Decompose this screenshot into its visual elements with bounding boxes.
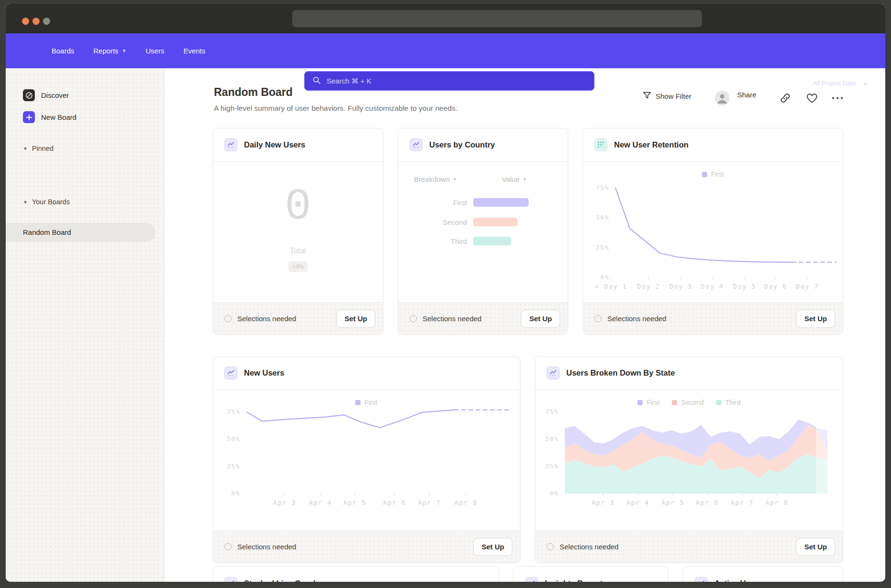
card-footer: Selections needed Set Up — [535, 530, 843, 563]
sidebar-item-new-board[interactable]: New Board — [23, 111, 76, 123]
radio-circle-icon — [224, 315, 232, 322]
org-switcher[interactable]: Organization All Project Data — [813, 70, 857, 87]
search-icon — [312, 76, 321, 86]
address-bar[interactable] — [292, 10, 702, 27]
avatar[interactable] — [715, 91, 730, 105]
more-options-icon[interactable] — [831, 92, 843, 105]
apps-grid-icon[interactable] — [708, 74, 721, 87]
search-input[interactable]: Search ⌘ + K — [304, 71, 594, 91]
chevron-down-icon: ▼ — [863, 81, 868, 87]
y-tick-label: 25% — [227, 462, 240, 470]
y-tick-label: 75% — [227, 408, 240, 415]
sidebar-item-random-board[interactable]: Random Board — [6, 223, 155, 242]
sidebar-item-discover[interactable]: Discover — [23, 89, 69, 101]
share-label: Share — [737, 91, 756, 99]
radio-circle-icon — [594, 315, 602, 322]
bar — [473, 237, 511, 245]
card-new-users: New Users First 75%50%25%0%Apr 3Apr 4Apr… — [212, 356, 520, 563]
value-dropdown[interactable]: Value ▼ — [502, 175, 527, 183]
breakdown-dropdown[interactable]: Breakdown ▼ — [414, 175, 457, 183]
y-tick-label: 50% — [545, 435, 559, 442]
search-placeholder: Search ⌘ + K — [327, 77, 371, 85]
set-up-button[interactable]: Set Up — [336, 310, 375, 328]
card-title: Insights Report — [545, 579, 603, 582]
line-chart-icon — [224, 138, 237, 151]
chevron-down-icon: ▼ — [522, 177, 527, 182]
card-title: Daily New Users — [244, 140, 305, 149]
copy-link-icon[interactable] — [779, 92, 792, 105]
org-name: Organization — [813, 70, 857, 79]
y-tick-label: 0% — [600, 273, 609, 281]
chevron-down-icon: ▼ — [23, 146, 28, 151]
nav-item-label: Events — [183, 47, 205, 55]
sidebar-section-pinned[interactable]: ▼ Pinned — [23, 145, 53, 152]
card-stacked-line-graph: Stacked Line Graph — [212, 566, 499, 582]
nav-item-boards[interactable]: Boards — [52, 47, 74, 55]
x-tick-label: Apr 7 — [418, 499, 441, 506]
show-filter-button[interactable]: Show Filter — [642, 91, 691, 102]
delta-badge: ↑0% — [288, 261, 308, 272]
set-up-button[interactable]: Set Up — [473, 538, 512, 556]
metric-value: 0 — [213, 182, 383, 232]
set-up-button[interactable]: Set Up — [796, 538, 835, 556]
share-button[interactable]: Share — [737, 91, 756, 99]
sidebar-section-your-boards[interactable]: ▼ Your Boards — [23, 198, 70, 206]
close-window-icon[interactable] — [22, 18, 29, 25]
help-icon[interactable] — [743, 74, 755, 87]
bar-label: Second — [398, 218, 473, 226]
x-tick-label: Day 7 — [796, 283, 818, 290]
sidebar-item-label: New Board — [41, 113, 76, 121]
card-footer: Selections needed Set Up — [213, 530, 520, 563]
card-users-by-country: Users by Country Breakdown ▼ Value ▼ Fir… — [398, 128, 568, 335]
y-tick-label: 0% — [550, 490, 559, 497]
fullscreen-window-icon[interactable] — [43, 18, 50, 25]
dropdown-label: Value — [502, 175, 520, 183]
line-chart-icon — [410, 138, 423, 151]
titlebar — [6, 4, 885, 33]
section-label: Pinned — [32, 145, 53, 152]
nav-item-reports[interactable]: Reports▼ — [94, 47, 127, 55]
footer-status: Selections needed — [560, 543, 790, 551]
radio-circle-icon — [410, 315, 417, 322]
x-tick-label: Day 3 — [669, 283, 692, 290]
y-tick-label: 0% — [231, 490, 240, 497]
set-up-button[interactable]: Set Up — [796, 310, 835, 328]
nav-item-events[interactable]: Events — [183, 47, 205, 55]
board-item-label: Random Board — [23, 228, 71, 236]
chevron-down-icon: ▼ — [23, 200, 28, 205]
x-tick-label: < Day 1 — [595, 283, 627, 290]
y-tick-label: 25% — [596, 244, 609, 251]
y-tick-label: 50% — [227, 435, 240, 442]
metric-label: Total — [213, 247, 383, 255]
line-chart-icon — [525, 577, 538, 582]
x-tick-label: Day 5 — [733, 283, 756, 290]
org-scope: All Project Data — [813, 79, 857, 87]
favorite-heart-icon[interactable] — [806, 92, 818, 105]
card-footer: Selections needed Set Up — [213, 302, 383, 335]
show-filter-label: Show Filter — [656, 92, 691, 100]
set-up-button[interactable]: Set Up — [521, 310, 560, 328]
data-management-icon[interactable] — [677, 74, 689, 87]
page-subtitle: A high-level summary of user behaviors. … — [214, 104, 457, 113]
x-tick-label: Day 4 — [701, 283, 724, 290]
chevron-down-icon: ▼ — [122, 48, 127, 53]
minimize-window-icon[interactable] — [32, 18, 40, 25]
settings-gear-icon[interactable] — [777, 74, 790, 87]
country-row: Second — [398, 218, 518, 226]
footer-status: Selections needed — [237, 315, 330, 323]
card-title: Users by Country — [429, 140, 495, 149]
chevron-down-icon: ▼ — [453, 177, 457, 182]
x-tick-label: Apr 5 — [661, 499, 684, 506]
footer-status: Selections needed — [423, 315, 515, 323]
x-tick-label: Apr 6 — [383, 499, 406, 506]
country-row: First — [398, 198, 529, 207]
x-tick-label: Apr 8 — [455, 499, 477, 506]
nav-item-label: Users — [146, 47, 164, 55]
y-tick-label: 50% — [596, 214, 609, 221]
y-tick-label: 25% — [545, 462, 559, 470]
app-window: BoardsReports▼UsersEvents Search ⌘ + K — [6, 4, 885, 582]
footer-status: Selections needed — [607, 315, 790, 323]
x-tick-label: Apr 7 — [731, 499, 753, 506]
section-label: Your Boards — [32, 198, 70, 206]
nav-item-users[interactable]: Users — [146, 47, 164, 55]
